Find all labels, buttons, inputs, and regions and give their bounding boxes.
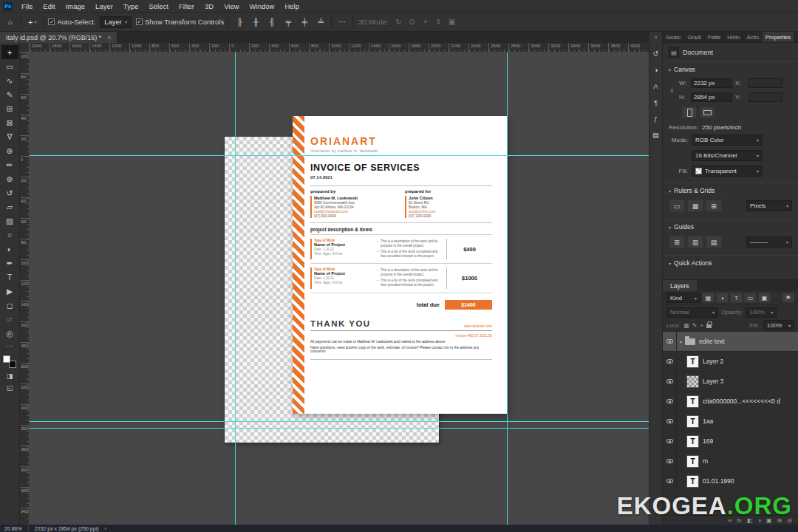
x-input[interactable] — [748, 78, 782, 88]
opacity-select[interactable]: 100% ▾ — [746, 307, 777, 318]
tool-button[interactable]: ▨ — [1, 214, 18, 228]
invoice-document[interactable]: ORIANART illustration by mathew m. lasko… — [293, 116, 507, 414]
active-tool-icon[interactable]: + ▾ — [26, 18, 38, 27]
checkbox[interactable]: ✓ — [136, 18, 143, 25]
foreground-color-swatch[interactable] — [3, 355, 10, 363]
zoom-level[interactable]: 20.86% — [4, 526, 22, 531]
auto-select-checkbox[interactable]: ✓ Auto-Select: — [48, 18, 95, 26]
layer-row[interactable]: Layer 2 — [663, 352, 798, 372]
menu-item[interactable]: Window — [245, 0, 280, 12]
tool-button[interactable]: ▶ — [1, 284, 18, 298]
3d-orbit-icon[interactable]: ↻ — [392, 16, 404, 29]
units-select[interactable]: Pixels ▾ — [746, 200, 792, 211]
filter-kind-select[interactable]: Kind ▾ — [666, 293, 700, 303]
layer-row[interactable]: edite text — [663, 332, 798, 352]
portrait-orientation-button[interactable] — [682, 106, 697, 118]
layer-visibility-toggle[interactable] — [663, 332, 677, 351]
guide-vertical[interactable] — [235, 52, 236, 525]
tool-button[interactable]: ☞ — [1, 312, 18, 326]
align-top-edges-icon[interactable]: ╤ — [282, 16, 294, 29]
blend-mode-select[interactable]: Normal ▾ — [666, 307, 718, 318]
menu-item[interactable]: Layer — [90, 0, 118, 12]
layer-visibility-toggle[interactable] — [663, 432, 677, 451]
tool-button[interactable]: T — [1, 270, 18, 284]
rulers-grids-section-header[interactable]: ▾ Rulers & Grids — [663, 183, 798, 197]
layer-visibility-toggle[interactable] — [663, 471, 677, 491]
panel-strip-icon[interactable]: ↺ — [650, 47, 662, 59]
lock-transparency-icon[interactable]: ▦ — [683, 322, 689, 329]
filter-smart-objects-icon[interactable]: ▣ — [758, 293, 771, 303]
tool-button[interactable]: ◻ — [1, 298, 18, 312]
tool-button[interactable]: ✒ — [1, 256, 18, 270]
toggle-rulers-button[interactable]: ▭ — [669, 200, 685, 212]
filter-pixel-layers-icon[interactable]: ▦ — [702, 293, 715, 303]
tool-button[interactable]: ▱ — [1, 200, 18, 214]
panel-tab[interactable]: Swatc — [663, 32, 684, 42]
panel-tab[interactable]: Actio — [743, 32, 763, 42]
filter-type-layers-icon[interactable]: T — [730, 293, 743, 303]
guide-horizontal[interactable] — [30, 428, 649, 429]
tool-button[interactable]: ◐ — [1, 242, 18, 256]
lock-pixels-icon[interactable]: ✎ — [692, 322, 698, 329]
align-vertical-centers-icon[interactable]: ╪ — [299, 16, 310, 29]
3d-slide-icon[interactable]: ⇕ — [432, 16, 444, 29]
tool-button[interactable]: ✎ — [1, 87, 18, 101]
y-input[interactable] — [748, 92, 782, 102]
snap-button[interactable]: ⊞ — [706, 200, 722, 212]
menu-item[interactable]: View — [219, 0, 244, 12]
tool-button[interactable]: ◎ — [1, 326, 18, 340]
menu-item[interactable]: Image — [61, 0, 90, 12]
link-dimensions-icon[interactable]: ∞ — [669, 88, 675, 92]
group-expand-caret[interactable] — [680, 339, 682, 344]
lock-position-icon[interactable]: + — [700, 322, 703, 329]
layer-fill-select[interactable]: 100% ▾ — [763, 320, 794, 330]
color-mode-select[interactable]: RGB Color ▾ — [692, 134, 763, 146]
menu-item[interactable]: Help — [279, 0, 304, 12]
align-bottom-edges-icon[interactable]: ╧ — [315, 16, 327, 29]
3d-roll-icon[interactable]: ⊙ — [406, 16, 417, 29]
canvas-section-header[interactable]: ▾ Canvas — [663, 61, 798, 75]
more-align-options-icon[interactable]: ··· — [336, 16, 348, 29]
layer-row[interactable]: 169 — [663, 432, 798, 451]
layer-visibility-toggle[interactable] — [663, 451, 677, 471]
align-right-edges-icon[interactable]: ╢ — [266, 16, 278, 29]
horizontal-ruler[interactable]: 2000180016001400120010008006004002000200… — [30, 43, 649, 52]
close-tab-icon[interactable]: × — [107, 34, 111, 41]
panel-tab[interactable]: Properties — [763, 32, 794, 42]
menu-item[interactable]: 3D — [200, 0, 219, 12]
vertical-ruler[interactable]: 1000800600400200020040060080010001200140… — [20, 52, 30, 525]
color-swatches[interactable] — [3, 355, 16, 368]
tool-button[interactable]: ▭ — [1, 59, 18, 73]
guide-vertical[interactable] — [507, 52, 508, 525]
filter-shape-layers-icon[interactable]: ▭ — [744, 293, 757, 303]
panel-strip-icon[interactable]: ƒ — [650, 112, 662, 124]
lock-all-icon[interactable] — [706, 324, 712, 328]
screen-mode-icon[interactable]: ◱ — [1, 382, 18, 394]
panel-strip-icon[interactable]: ▤ — [650, 129, 662, 140]
layer-visibility-toggle[interactable] — [663, 392, 677, 411]
layer-row[interactable]: cita0000000...<<<<<<<<0 d — [663, 392, 798, 412]
tool-button[interactable]: ⊛ — [1, 171, 18, 185]
tool-button[interactable]: ⊞ — [1, 101, 18, 115]
lock-guides-button[interactable]: ▥ — [687, 236, 703, 248]
menu-item[interactable]: Type — [118, 0, 144, 12]
guide-horizontal[interactable] — [30, 155, 649, 156]
panel-strip-icon[interactable]: ¶ — [650, 96, 662, 108]
clear-guides-button[interactable]: ▤ — [706, 236, 722, 248]
panel-strip-icon[interactable]: ◑ — [650, 64, 662, 75]
3d-drag-icon[interactable]: + — [419, 16, 431, 29]
height-input[interactable]: 2854 px — [691, 92, 732, 102]
layer-row[interactable]: m — [663, 451, 798, 471]
menu-item[interactable]: File — [16, 0, 38, 12]
canvas-fill-select[interactable]: Transparent ▾ — [692, 166, 763, 177]
checkbox[interactable]: ✓ — [48, 18, 55, 25]
layer-visibility-toggle[interactable] — [663, 412, 677, 431]
edit-toolbar-icon[interactable]: ··· — [1, 340, 18, 352]
filter-toggle-icon[interactable]: ⚑ — [782, 293, 794, 303]
tool-button[interactable]: ⊕ — [1, 143, 18, 157]
menu-item[interactable]: Edit — [38, 0, 60, 12]
new-guide-layout-button[interactable]: ⊞ — [669, 236, 685, 248]
expand-panels-icon[interactable]: » — [654, 32, 657, 43]
quick-mask-icon[interactable]: ◨ — [1, 370, 18, 382]
status-expand-icon[interactable]: › — [105, 526, 106, 531]
